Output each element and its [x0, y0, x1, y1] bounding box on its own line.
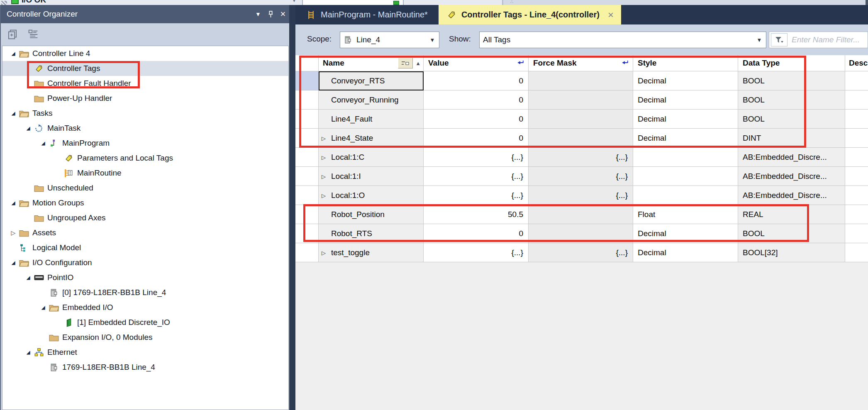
tab-close-icon[interactable]: × [608, 9, 614, 21]
tag-data-type-cell[interactable]: DINT [738, 129, 845, 148]
tag-data-type-cell[interactable]: BOOL [738, 110, 845, 129]
details-list-icon[interactable] [25, 27, 41, 42]
tree-item-controller-fault-handler[interactable]: Controller Fault Handler [2, 76, 288, 91]
row-selector[interactable] [295, 90, 319, 110]
chevron-down-icon[interactable]: ▼ [292, 0, 297, 3]
chevron-down-icon[interactable]: ▼ [753, 32, 766, 48]
tag-force-mask-cell[interactable] [529, 224, 633, 243]
pin-icon[interactable] [264, 8, 277, 20]
column-options-icon[interactable] [398, 58, 413, 68]
tag-force-mask-cell[interactable] [529, 71, 633, 90]
tab-controller-tags[interactable]: Controller Tags - Line_4(controller) × [439, 5, 621, 24]
expander-expanded-icon[interactable]: ◢ [23, 349, 33, 355]
tree-item-ethernet[interactable]: ◢Ethernet [2, 345, 288, 360]
tag-description-cell[interactable] [845, 90, 868, 110]
row-selector[interactable] [295, 129, 319, 148]
tree-item-controller-tags[interactable]: Controller Tags [2, 61, 288, 76]
tag-style-cell[interactable]: Float [633, 205, 738, 224]
tag-style-cell[interactable]: Decimal [633, 129, 738, 148]
tree-item-controller-line-4[interactable]: ◢Controller Line 4 [2, 46, 288, 61]
panel-divider[interactable] [289, 5, 295, 410]
value-pin-icon[interactable] [517, 59, 524, 68]
expander-collapsed-icon[interactable]: ▷ [8, 229, 18, 236]
tag-name-cell[interactable]: Line4_Fault [319, 110, 424, 129]
expander-expanded-icon[interactable]: ◢ [38, 140, 48, 146]
tree-item-motion-groups[interactable]: ◢Motion Groups [2, 195, 288, 210]
sort-ascending-icon[interactable]: ▲ [415, 60, 421, 66]
tag-value-cell[interactable]: {...} [424, 167, 529, 186]
tag-value-cell[interactable]: 0 [424, 224, 529, 243]
tag-data-type-cell[interactable]: AB:Embedded_Discre... [738, 167, 845, 186]
show-combobox[interactable]: All Tags ▼ [479, 32, 766, 48]
row-expander-icon[interactable]: ▷ [322, 249, 326, 256]
tag-value-cell[interactable]: 0 [424, 90, 529, 110]
tag-description-cell[interactable] [845, 129, 868, 148]
tag-value-cell[interactable]: {...} [424, 186, 529, 205]
tree-item-1769-l18er-bb1b-line-4[interactable]: 1769-L18ER-BB1B Line_4 [2, 360, 288, 375]
tag-description-cell[interactable] [845, 243, 868, 262]
expander-expanded-icon[interactable]: ◢ [23, 125, 33, 131]
tag-style-cell[interactable]: Decimal [633, 243, 738, 262]
tag-style-cell[interactable]: Decimal [633, 224, 738, 243]
tree-item-ungrouped-axes[interactable]: Ungrouped Axes [2, 210, 288, 225]
tree-item-mainroutine[interactable]: MainRoutine [2, 166, 288, 181]
row-selector[interactable] [295, 243, 319, 262]
tag-data-type-cell[interactable]: AB:Embedded_Discre... [738, 186, 845, 205]
tag-value-cell[interactable]: {...} [424, 148, 529, 167]
filter-funnel-icon[interactable] [771, 33, 788, 46]
chevron-down-icon[interactable]: ▼ [426, 32, 439, 48]
tree-item-maintask[interactable]: ◢MainTask [2, 121, 288, 136]
tag-description-cell[interactable] [845, 205, 868, 224]
row-selector[interactable] [295, 167, 319, 186]
expander-expanded-icon[interactable]: ◢ [8, 260, 18, 266]
column-header-style[interactable]: Style [633, 55, 738, 71]
tag-value-cell[interactable]: 50.5 [424, 205, 529, 224]
tag-data-type-cell[interactable]: BOOL [738, 224, 845, 243]
status-combo-fragment[interactable] [302, 0, 404, 5]
tag-name-cell[interactable]: Conveyor_RTS [319, 71, 424, 90]
tag-force-mask-cell[interactable] [529, 110, 633, 129]
expander-expanded-icon[interactable]: ◢ [8, 51, 18, 56]
expander-expanded-icon[interactable]: ◢ [23, 275, 33, 281]
tag-data-type-cell[interactable]: REAL [738, 205, 845, 224]
name-filter-input[interactable] [788, 35, 868, 45]
tree-item-tasks[interactable]: ◢Tasks [2, 106, 288, 121]
row-expander-icon[interactable]: ▷ [322, 192, 326, 198]
scope-combobox[interactable]: Line_4 ▼ [340, 32, 439, 48]
tag-force-mask-cell[interactable]: {...} [529, 148, 633, 167]
tag-style-cell[interactable] [633, 167, 738, 186]
tag-name-cell[interactable]: Robot_RTS [319, 224, 424, 243]
row-expander-icon[interactable]: ▷ [322, 135, 326, 141]
tag-name-cell[interactable]: ▷Local:1:O [319, 186, 424, 205]
tag-name-cell[interactable]: ▷Line4_State [319, 129, 424, 148]
expander-expanded-icon[interactable]: ◢ [8, 200, 18, 206]
row-selector[interactable] [295, 186, 319, 205]
row-selector[interactable] [295, 224, 319, 243]
force-mask-pin-icon[interactable] [621, 59, 629, 68]
tree-item-parameters-and-local-tags[interactable]: Parameters and Local Tags [2, 151, 288, 166]
panel-close-icon[interactable]: × [277, 8, 289, 20]
tree-item-expansion-i-o-0-modules[interactable]: Expansion I/O, 0 Modules [2, 330, 288, 345]
tag-force-mask-cell[interactable] [529, 205, 633, 224]
column-header-name[interactable]: Name ▲ [319, 55, 424, 71]
column-header-force-mask[interactable]: Force Mask [529, 55, 633, 71]
tag-data-type-cell[interactable]: BOOL [738, 90, 845, 110]
copy-stack-icon[interactable] [4, 27, 21, 42]
tag-name-cell[interactable]: Robot_Position [319, 205, 424, 224]
tree-item-mainprogram[interactable]: ◢MainProgram [2, 136, 288, 151]
tag-force-mask-cell[interactable] [529, 129, 633, 148]
tag-description-cell[interactable] [845, 186, 868, 205]
tag-value-cell[interactable]: 0 [424, 110, 529, 129]
tag-description-cell[interactable] [845, 167, 868, 186]
tag-style-cell[interactable]: Decimal [633, 90, 738, 110]
tag-description-cell[interactable] [845, 110, 868, 129]
tree-item-pointio[interactable]: ◢PointIO [2, 270, 288, 285]
tag-name-cell[interactable]: ▷Local:1:C [319, 148, 424, 167]
tag-description-cell[interactable] [845, 224, 868, 243]
row-selector[interactable] [295, 205, 319, 224]
tag-data-type-cell[interactable]: AB:Embedded_Discre... [738, 148, 845, 167]
tag-value-cell[interactable]: 0 [424, 71, 529, 90]
tag-force-mask-cell[interactable]: {...} [529, 167, 633, 186]
tree-item-power-up-handler[interactable]: Power-Up Handler [2, 91, 288, 106]
tag-data-type-cell[interactable]: BOOL[32] [738, 243, 845, 262]
